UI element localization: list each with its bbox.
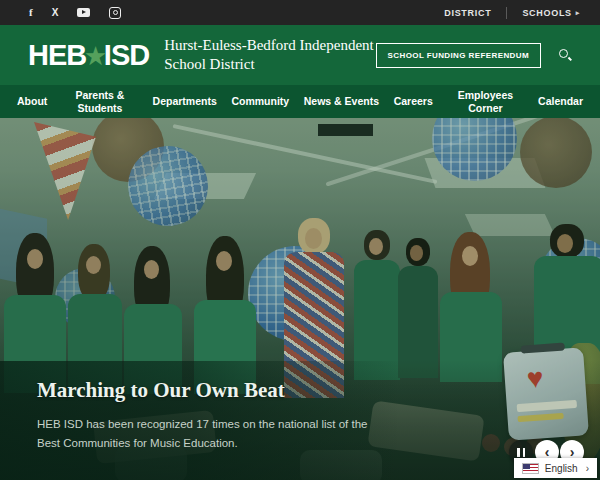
nav-item-careers[interactable]: Careers <box>394 95 433 108</box>
student-figure <box>352 230 402 380</box>
slide-description: HEB ISD has been recognized 17 times on … <box>37 415 369 453</box>
page: f X DISTRICT SCHOOLS ▸ HEB ★ ISD Hurst-E… <box>0 0 600 480</box>
hero-art-drum <box>520 118 592 188</box>
pause-icon <box>517 448 520 457</box>
topbar-divider <box>506 7 507 19</box>
logo-isd-text: ISD <box>104 39 149 72</box>
aed-label-stripe <box>517 413 563 422</box>
instagram-icon[interactable] <box>109 7 121 19</box>
pause-icon <box>523 448 526 457</box>
school-funding-referendum-button[interactable]: SCHOOL FUNDING REFERENDUM <box>376 43 541 68</box>
search-icon[interactable] <box>558 48 572 62</box>
primary-nav: About Parents & Students Departments Com… <box>0 85 600 118</box>
nav-item-community[interactable]: Community <box>231 95 289 108</box>
nav-item-departments[interactable]: Departments <box>153 95 217 108</box>
chevron-right-icon: › <box>586 463 589 474</box>
heb-isd-logo[interactable]: HEB ★ ISD <box>28 39 149 72</box>
facebook-icon[interactable]: f <box>29 7 33 18</box>
logo-heb-text: HEB <box>28 39 86 72</box>
top-utility-bar: f X DISTRICT SCHOOLS ▸ <box>0 0 600 25</box>
hero-art-pennant <box>34 122 96 220</box>
social-links: f X <box>29 7 121 19</box>
nav-item-about[interactable]: About <box>17 95 47 108</box>
heart-icon: ♥ <box>526 364 545 393</box>
x-twitter-icon[interactable]: X <box>52 8 59 18</box>
chevron-left-icon: ‹ <box>545 445 550 459</box>
schools-label: SCHOOLS <box>522 8 571 18</box>
chevron-down-icon: ▸ <box>576 9 580 17</box>
language-label: English <box>545 463 578 474</box>
topbar-right: DISTRICT SCHOOLS ▸ <box>444 7 580 19</box>
chevron-right-icon: › <box>570 445 575 459</box>
nav-item-news-events[interactable]: News & Events <box>304 95 379 108</box>
nav-item-calendar[interactable]: Calendar <box>538 95 583 108</box>
hero-art-ceiling-vent <box>318 124 373 136</box>
slide-title: Marching to Our Own Beat <box>37 378 285 403</box>
aed-case: ♥ <box>503 347 589 440</box>
student-figure <box>396 238 440 378</box>
district-link[interactable]: DISTRICT <box>444 8 491 18</box>
hero-carousel: ♥ Marching to Our Own Beat HEB ISD has b… <box>0 118 600 480</box>
language-selector[interactable]: English › <box>514 458 597 478</box>
us-flag-icon <box>522 463 539 474</box>
district-name: Hurst-Euless-Bedford Independent School … <box>164 36 375 75</box>
schools-dropdown[interactable]: SCHOOLS ▸ <box>522 8 580 18</box>
header-right: SCHOOL FUNDING REFERENDUM <box>376 43 572 68</box>
youtube-icon[interactable] <box>77 8 90 17</box>
nav-item-parents-students[interactable]: Parents & Students <box>62 89 138 114</box>
nav-item-employees-corner[interactable]: Employees Corner <box>447 89 523 114</box>
site-header: HEB ★ ISD Hurst-Euless-Bedford Independe… <box>0 25 600 85</box>
texas-star-icon: ★ <box>85 43 105 70</box>
aed-label-stripe <box>517 400 577 412</box>
